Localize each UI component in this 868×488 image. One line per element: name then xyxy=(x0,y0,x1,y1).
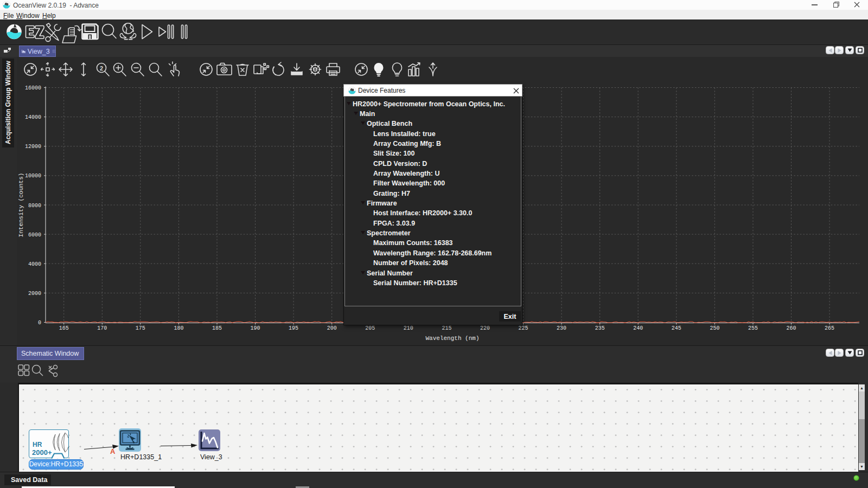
svg-text:215: 215 xyxy=(442,325,451,331)
svg-text:250: 250 xyxy=(710,325,719,331)
svg-text:16000: 16000 xyxy=(25,85,41,91)
svg-text:185: 185 xyxy=(212,325,222,331)
svg-text:10000: 10000 xyxy=(25,173,41,179)
svg-text:225: 225 xyxy=(518,325,528,331)
svg-text:180: 180 xyxy=(174,325,183,331)
svg-text:260: 260 xyxy=(786,325,796,331)
svg-text:205: 205 xyxy=(365,325,375,331)
svg-text:230: 230 xyxy=(557,325,566,331)
svg-text:265: 265 xyxy=(825,325,834,331)
svg-text:245: 245 xyxy=(672,325,681,331)
svg-text:170: 170 xyxy=(97,325,107,331)
svg-text:200: 200 xyxy=(327,325,337,331)
svg-text:14000: 14000 xyxy=(25,114,41,120)
svg-text:255: 255 xyxy=(748,325,758,331)
svg-text:2000: 2000 xyxy=(28,291,41,297)
svg-text:4000: 4000 xyxy=(28,261,41,267)
svg-text:Wavelength (nm): Wavelength (nm) xyxy=(425,335,479,342)
svg-text:210: 210 xyxy=(404,325,413,331)
svg-text:195: 195 xyxy=(289,325,298,331)
svg-text:175: 175 xyxy=(136,325,145,331)
svg-text:Intensity (counts): Intensity (counts) xyxy=(18,173,24,237)
svg-text:235: 235 xyxy=(595,325,605,331)
svg-text:220: 220 xyxy=(480,325,490,331)
svg-text:240: 240 xyxy=(633,325,643,331)
svg-text:12000: 12000 xyxy=(25,144,41,150)
svg-text:0: 0 xyxy=(38,320,41,326)
svg-text:8000: 8000 xyxy=(28,203,41,209)
svg-text:165: 165 xyxy=(59,325,69,331)
svg-text:190: 190 xyxy=(250,325,260,331)
svg-text:6000: 6000 xyxy=(28,232,41,238)
